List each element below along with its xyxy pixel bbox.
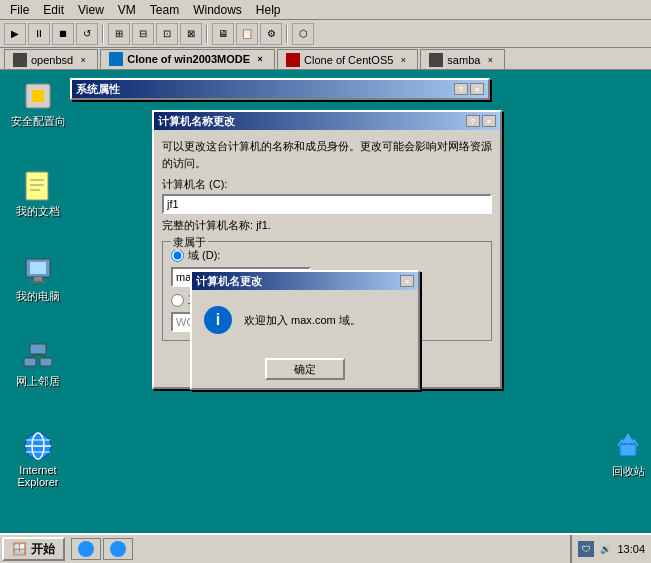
tab-clone-win2003-close[interactable]: × [254, 53, 266, 65]
taskbar-ie-task2[interactable] [103, 538, 133, 560]
toolbar-btn-5[interactable]: ⊞ [108, 23, 130, 45]
tab-samba[interactable]: samba × [420, 49, 505, 69]
tab-openbsd-icon [13, 53, 27, 67]
info-icon: i [204, 306, 232, 334]
desktop-icon-security[interactable]: 安全配置向 [8, 80, 68, 129]
domain-radio[interactable] [171, 249, 184, 262]
svg-rect-10 [30, 344, 46, 354]
tab-clone-win2003-icon [109, 52, 123, 66]
system-props-title: 系统属性 [76, 82, 120, 97]
svg-rect-11 [24, 358, 36, 366]
svg-rect-8 [34, 277, 42, 281]
desktop-icon-mycomputer[interactable]: 我的电脑 [8, 255, 68, 304]
tab-openbsd[interactable]: openbsd × [4, 49, 98, 69]
domain-label: 域 (D): [188, 248, 220, 263]
desktop-icon-network[interactable]: 网上邻居 [8, 340, 68, 389]
computer-name-input[interactable] [162, 194, 492, 214]
taskbar-tasks [67, 538, 570, 560]
tray-icons: 🛡 🔊 [578, 541, 613, 557]
recycle-icon [612, 430, 644, 462]
tab-bar: openbsd × Clone of win2003MODE × Clone o… [0, 48, 651, 70]
name-change-title: 计算机名称更改 [158, 114, 235, 129]
confirm-titlebar[interactable]: 计算机名更改 × [192, 272, 418, 290]
desktop-icon-recycle[interactable]: 回收站 [598, 430, 651, 479]
toolbar-btn-9[interactable]: 🖥 [212, 23, 234, 45]
start-button[interactable]: 🪟 开始 [2, 537, 65, 561]
taskbar-ie-task[interactable] [71, 538, 101, 560]
confirm-close-btn[interactable]: × [400, 275, 414, 287]
network-label: 网上邻居 [16, 374, 60, 389]
toolbar-btn-1[interactable]: ▶ [4, 23, 26, 45]
menu-vm[interactable]: VM [112, 1, 142, 19]
tab-clone-win2003[interactable]: Clone of win2003MODE × [100, 49, 275, 69]
toolbar-btn-11[interactable]: ⚙ [260, 23, 282, 45]
tab-clone-centos5-icon [286, 53, 300, 67]
taskbar-tray: 🛡 🔊 13:04 [570, 535, 651, 563]
confirm-buttons: 确定 [192, 350, 418, 388]
system-props-title-buttons: ? × [454, 83, 484, 95]
desktop: 安全配置向 我的文档 我的电脑 网上邻居 InternetExplorer 回收… [0, 70, 651, 523]
computer-name-label: 计算机名 (C): [162, 177, 492, 192]
name-change-close-btn[interactable]: × [482, 115, 496, 127]
full-name-label: 完整的计算机名称: jf1. [162, 218, 492, 233]
toolbar-btn-2[interactable]: ⏸ [28, 23, 50, 45]
name-change-title-buttons: ? × [466, 115, 496, 127]
toolbar-sep-2 [206, 25, 208, 43]
toolbar-btn-12[interactable]: ⬡ [292, 23, 314, 45]
menu-bar: File Edit View VM Team Windows Help [0, 0, 651, 20]
tab-clone-centos5-label: Clone of CentOS5 [304, 54, 393, 66]
clock-display: 13:04 [617, 543, 645, 555]
menu-edit[interactable]: Edit [37, 1, 70, 19]
desktop-icon-ie[interactable]: InternetExplorer [8, 430, 68, 488]
taskbar: 🪟 开始 🛡 🔊 13:04 [0, 533, 651, 563]
taskbar-ie-icon2 [110, 541, 126, 557]
domain-radio-row: 域 (D): [171, 248, 483, 263]
toolbar-btn-6[interactable]: ⊟ [132, 23, 154, 45]
svg-rect-12 [40, 358, 52, 366]
toolbar-btn-3[interactable]: ⏹ [52, 23, 74, 45]
toolbar-btn-7[interactable]: ⊡ [156, 23, 178, 45]
tab-samba-icon [429, 53, 443, 67]
name-change-help-btn[interactable]: ? [466, 115, 480, 127]
desktop-icon-mydoc[interactable]: 我的文档 [8, 170, 68, 219]
mycomputer-label: 我的电脑 [16, 289, 60, 304]
menu-help[interactable]: Help [250, 1, 287, 19]
tray-network-icon: 🛡 [578, 541, 594, 557]
taskbar-ie-icon [78, 541, 94, 557]
svg-rect-9 [30, 281, 46, 283]
tab-clone-centos5[interactable]: Clone of CentOS5 × [277, 49, 418, 69]
start-label: 开始 [31, 541, 55, 558]
svg-rect-7 [30, 262, 46, 274]
name-change-titlebar[interactable]: 计算机名称更改 ? × [154, 112, 500, 130]
recycle-label: 回收站 [612, 464, 645, 479]
toolbar-btn-8[interactable]: ⊠ [180, 23, 202, 45]
workgroup-radio[interactable] [171, 294, 184, 307]
menu-file[interactable]: File [4, 1, 35, 19]
system-props-close-btn[interactable]: × [470, 83, 484, 95]
toolbar-btn-4[interactable]: ↺ [76, 23, 98, 45]
toolbar-btn-10[interactable]: 📋 [236, 23, 258, 45]
full-name-value: jf1. [256, 219, 271, 231]
system-props-titlebar[interactable]: 系统属性 ? × [72, 80, 488, 98]
start-icon: 🪟 [12, 542, 27, 556]
svg-rect-1 [32, 90, 44, 102]
confirm-message: 欢迎加入 max.com 域。 [244, 312, 361, 329]
tab-openbsd-close[interactable]: × [77, 54, 89, 66]
svg-rect-20 [620, 444, 636, 456]
tab-clone-centos5-close[interactable]: × [397, 54, 409, 66]
toolbar: ▶ ⏸ ⏹ ↺ ⊞ ⊟ ⊡ ⊠ 🖥 📋 ⚙ ⬡ [0, 20, 651, 48]
svg-line-14 [38, 354, 46, 358]
network-icon [22, 340, 54, 372]
confirm-title-buttons: × [400, 275, 414, 287]
system-props-help-btn[interactable]: ? [454, 83, 468, 95]
tab-samba-close[interactable]: × [484, 54, 496, 66]
menu-windows[interactable]: Windows [187, 1, 248, 19]
belongs-to-legend: 隶属于 [171, 235, 208, 250]
menu-team[interactable]: Team [144, 1, 185, 19]
tray-volume-icon: 🔊 [597, 541, 613, 557]
mydoc-label: 我的文档 [16, 204, 60, 219]
svg-line-13 [30, 354, 38, 358]
toolbar-sep-1 [102, 25, 104, 43]
confirm-ok-btn[interactable]: 确定 [265, 358, 345, 380]
menu-view[interactable]: View [72, 1, 110, 19]
